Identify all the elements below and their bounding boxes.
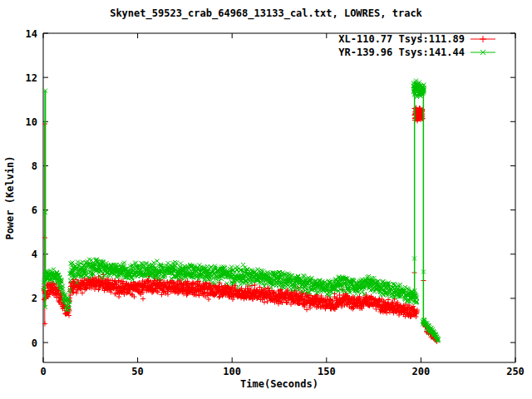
- x-tick-label: 250: [506, 366, 525, 377]
- tick-labels: 05010015020025002468101214: [26, 28, 525, 378]
- series-points-0: [42, 106, 440, 345]
- legend-label-yr: YR-139.96 Tsys:141.44: [338, 46, 465, 59]
- y-tick-label: 12: [26, 72, 37, 84]
- y-tick-label: 14: [26, 28, 37, 40]
- axes-frame: [43, 33, 515, 362]
- x-tick-label: 150: [318, 366, 336, 377]
- x-tick-label: 50: [131, 366, 143, 377]
- legend-sample-yr: [469, 47, 497, 58]
- legend-sample-xl: [469, 33, 497, 45]
- y-tick-label: 4: [32, 249, 37, 260]
- plus-marker-icon: [480, 36, 486, 42]
- x-tick-label: 100: [223, 366, 241, 377]
- y-tick-label: 0: [32, 337, 37, 349]
- y-tick-label: 10: [26, 116, 37, 128]
- legend-label-xl: XL-110.77 Tsys:111.89: [338, 32, 465, 46]
- series-layer-0: [42, 106, 440, 345]
- chart-page: Skynet_59523_crab_64968_13133_cal.txt, L…: [0, 0, 532, 399]
- y-tick-label: 8: [32, 160, 37, 172]
- y-tick-label: 2: [32, 293, 37, 304]
- legend: XL-110.77 Tsys:111.89 YR-139.96 Tsys:141…: [338, 32, 497, 59]
- legend-entry-xl: XL-110.77 Tsys:111.89: [338, 32, 497, 46]
- plot-area: 05010015020025002468101214: [0, 0, 532, 399]
- x-tick-label: 0: [40, 366, 46, 377]
- legend-entry-yr: YR-139.96 Tsys:141.44: [338, 46, 497, 59]
- x-tick-label: 200: [412, 366, 431, 377]
- y-tick-label: 6: [32, 204, 37, 216]
